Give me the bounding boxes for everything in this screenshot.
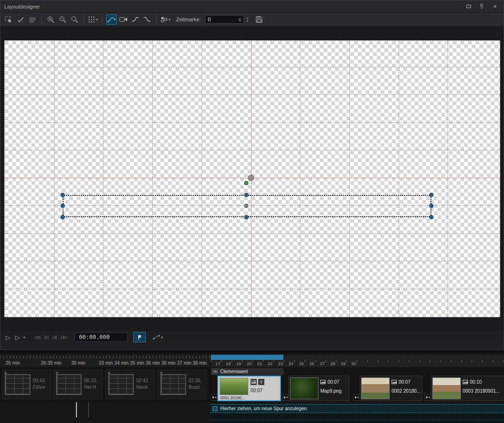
- handle-top-left[interactable]: [61, 193, 65, 197]
- grid-line: [5, 150, 500, 150]
- grid-snap-button[interactable]: ▾: [88, 14, 98, 25]
- zoom-fit-button[interactable]: [69, 14, 80, 25]
- clip-name: Het H: [84, 385, 96, 390]
- selection-tool-button[interactable]: [3, 14, 14, 25]
- connect-dropdown-caret[interactable]: ▾: [161, 335, 163, 340]
- spin-down-icon[interactable]: ▼: [246, 20, 249, 22]
- list-view-button[interactable]: [27, 14, 37, 25]
- play-button[interactable]: ▷: [3, 334, 13, 341]
- close-button[interactable]: ×: [490, 2, 500, 11]
- handle-top-center[interactable]: [244, 193, 249, 197]
- layoutdesigner-window: Layoutdesigner ×: [0, 0, 504, 350]
- camera-button[interactable]: [118, 14, 129, 25]
- minute-label: 38 min: [193, 360, 207, 366]
- marker-flag-icon: [137, 334, 142, 340]
- window-titlebar[interactable]: Layoutdesigner ×: [0, 0, 504, 13]
- curve-mode-button[interactable]: [106, 14, 117, 25]
- zeitmarke-input[interactable]: [208, 17, 239, 22]
- zoom-out-button[interactable]: [57, 14, 68, 25]
- skip-to-start-button[interactable]: |◁: [42, 335, 50, 340]
- keyframe-display-button[interactable]: ▾: [160, 14, 171, 25]
- restore-button[interactable]: [464, 2, 473, 11]
- fade-in-curve-button[interactable]: [130, 14, 140, 25]
- layout-canvas[interactable]: [4, 40, 500, 317]
- clip-thumbnail: [290, 377, 318, 399]
- storyboard-clip[interactable]: + 02:42 Menk: [105, 370, 155, 399]
- ruler-number: 22: [268, 361, 272, 366]
- pin-icon: [479, 3, 484, 9]
- clip-duration: 02:36,: [188, 378, 202, 383]
- clip[interactable]: 00:07 0002 20180...: [360, 376, 422, 401]
- handle-bottom-right[interactable]: [429, 215, 434, 220]
- skip-to-end-button[interactable]: ▷|: [50, 335, 58, 340]
- marker-toggle-button[interactable]: [133, 332, 146, 342]
- ruler-number: 17: [215, 361, 220, 366]
- handle-bottom-left[interactable]: [61, 215, 65, 220]
- clip-thumbnail-placeholder: [5, 374, 30, 395]
- skip-back-button[interactable]: ◁◁: [32, 335, 42, 340]
- clip-selected[interactable]: T 00:07 0001 20190...: [217, 376, 281, 401]
- pin-button[interactable]: [477, 2, 486, 11]
- storyboard-clip[interactable]: + 02:36, Bourt: [158, 370, 207, 399]
- track-clips-row[interactable]: T 00:07 0001 20190... 00:07 Map9.png: [210, 375, 504, 402]
- handle-center[interactable]: [244, 204, 249, 208]
- grid-icon: [88, 16, 95, 23]
- rotation-handle[interactable]: [244, 181, 249, 185]
- skip-forward-button[interactable]: ▷▷: [58, 335, 69, 340]
- connect-settings-button[interactable]: ▾: [150, 334, 165, 340]
- clip-duration: 00:07: [399, 379, 411, 385]
- grid-line: [103, 41, 103, 317]
- camera-icon: [119, 17, 128, 22]
- handle-top-right[interactable]: [429, 193, 434, 197]
- zeitmarke-spinner[interactable]: ▲ ▼: [246, 17, 249, 22]
- photo-icon: [320, 380, 326, 384]
- ruler-number: 26: [309, 361, 314, 366]
- fade-in-curve-icon: [131, 17, 139, 22]
- grid-line: [399, 41, 399, 317]
- minute-label: 33 min: [99, 360, 113, 366]
- zeitmarke-label: Zeitmarke:: [176, 17, 201, 22]
- playhead-line[interactable]: [76, 402, 77, 417]
- save-button[interactable]: [254, 14, 264, 25]
- track-name: Clemenswert: [220, 369, 248, 374]
- clip-duration: 00:07: [327, 379, 339, 385]
- toolbar-separator: [84, 15, 84, 24]
- photo-icon: [392, 380, 397, 384]
- film-icon: [463, 380, 468, 384]
- ruler-number: 28: [330, 361, 335, 366]
- timeline-section: 26 min 26:35 min 30 min 33 min 34 min 35…: [0, 353, 504, 423]
- handle-middle-right[interactable]: [429, 204, 434, 208]
- timeline-ruler-numbers[interactable]: 17 18 19 20 21 22 23 24 25 26 27 28 29 3…: [210, 355, 504, 367]
- minute-label: 34 min: [114, 360, 129, 366]
- clip[interactable]: 00:10 0003 20180901...: [431, 376, 504, 401]
- play-options-caret[interactable]: ▾: [23, 335, 25, 340]
- grid-line: [202, 41, 202, 317]
- grid-dropdown-caret[interactable]: ▾: [96, 18, 98, 22]
- anchor-point-handle[interactable]: [248, 175, 254, 181]
- range-play-button[interactable]: ▷: [13, 334, 22, 341]
- handle-bottom-center[interactable]: [244, 215, 249, 220]
- keyframe-dropdown-caret[interactable]: ▾: [168, 18, 170, 22]
- spin-up-icon[interactable]: ▲: [246, 17, 249, 19]
- clip-thumbnail: [432, 377, 461, 399]
- zoom-fit-icon: [71, 16, 78, 23]
- apply-check-button[interactable]: [15, 14, 26, 25]
- timeline-ruler-minutes[interactable]: 26 min 26:35 min 30 min 33 min 34 min 35…: [0, 355, 210, 367]
- timecode-display[interactable]: 00:00.000: [75, 332, 128, 342]
- curve-icon: [107, 16, 116, 23]
- fade-out-curve-button[interactable]: [142, 14, 152, 25]
- ruler-number: 21: [257, 361, 262, 366]
- clip[interactable]: 00:07 Map9.png: [289, 376, 349, 401]
- ruler-number: 29: [341, 361, 345, 366]
- handle-middle-left[interactable]: [61, 204, 65, 208]
- minute-label: 35 min: [130, 360, 144, 366]
- ruler-number: 23: [278, 361, 283, 366]
- zoom-in-button[interactable]: [46, 14, 56, 25]
- clip-name: Bourt: [188, 385, 200, 390]
- ruler-ticks: [211, 360, 504, 362]
- new-track-dropzone[interactable]: Hierher ziehen, um neue Spur anzulegen.: [210, 404, 504, 413]
- track-collapse-button[interactable]: [213, 369, 218, 374]
- ruler-range-highlight[interactable]: [211, 355, 283, 360]
- storyboard-clip[interactable]: + 06:23, Het H: [53, 370, 103, 399]
- storyboard-clip[interactable]: + 00:43, Fähre: [2, 370, 51, 399]
